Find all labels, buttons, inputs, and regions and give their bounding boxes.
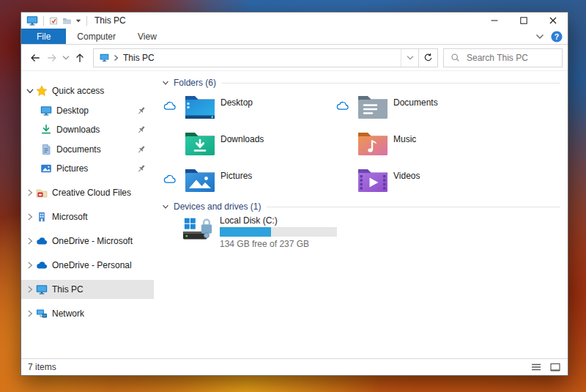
pin-icon <box>136 144 146 155</box>
refresh-icon <box>423 53 433 62</box>
section-collapse-chevron-icon[interactable] <box>162 203 169 210</box>
folder-tile-music[interactable]: Music <box>331 127 504 164</box>
chevron-right-icon[interactable] <box>26 237 34 245</box>
drives-section-header[interactable]: Devices and drives (1) <box>162 201 560 212</box>
thumbnail-view-button[interactable] <box>549 361 561 374</box>
local-disk-bitlocker-icon <box>182 215 215 245</box>
search-box[interactable] <box>443 48 563 67</box>
sidebar-item-creative-cloud-files[interactable]: Creative Cloud Files <box>21 183 154 202</box>
sidebar-item-label: This PC <box>52 284 84 295</box>
sidebar-item-label: Downloads <box>56 125 100 135</box>
sidebar-item-network[interactable]: Network <box>21 304 154 323</box>
folder-tile-desktop[interactable]: Desktop <box>158 91 331 127</box>
chevron-down-icon[interactable] <box>26 86 34 95</box>
sidebar-item-documents[interactable]: Documents <box>21 140 154 159</box>
properties-icon[interactable] <box>49 16 59 26</box>
sidebar-item-onedrive-personal[interactable]: OneDrive - Personal <box>21 256 154 275</box>
back-button[interactable] <box>26 49 43 67</box>
items-count: 7 items <box>28 362 56 372</box>
drive-name: Local Disk (C:) <box>220 215 337 226</box>
folder-tile-videos[interactable]: Videos <box>331 164 504 201</box>
folder-music-icon <box>357 129 389 157</box>
refresh-button[interactable] <box>419 48 438 67</box>
address-bar[interactable]: This PC <box>93 48 419 67</box>
address-dropdown-button[interactable] <box>401 49 418 67</box>
address-bar-row: This PC <box>21 45 568 71</box>
details-view-button[interactable] <box>530 361 542 374</box>
recent-locations-button[interactable] <box>60 49 71 67</box>
disk-usage-fill <box>220 227 271 237</box>
chevron-right-icon[interactable] <box>26 285 34 294</box>
window-controls <box>480 12 568 29</box>
breadcrumb-chevron-icon[interactable] <box>114 54 119 62</box>
onedrive-status-cloud-icon <box>163 174 176 184</box>
sidebar-item-quick-access[interactable]: Quick access <box>21 81 154 100</box>
sidebar-item-downloads[interactable]: Downloads <box>21 120 154 139</box>
search-input[interactable] <box>465 52 555 64</box>
forward-button[interactable] <box>43 49 60 67</box>
pictures-side-icon <box>40 163 52 174</box>
onedrive-status-empty <box>336 174 349 184</box>
folder-tile-downloads[interactable]: Downloads <box>158 127 331 164</box>
tab-computer[interactable]: Computer <box>66 29 127 44</box>
thumbnail-view-icon <box>549 361 561 373</box>
chevron-right-icon[interactable] <box>26 188 34 197</box>
maximize-icon <box>519 16 528 25</box>
monitor-icon <box>36 284 48 295</box>
up-button[interactable] <box>71 49 88 67</box>
folder-videos-icon <box>357 166 389 193</box>
minimize-icon <box>490 16 499 25</box>
this-pc-icon <box>26 15 38 26</box>
ms-building-icon <box>36 211 48 223</box>
content-pane: Folders (6) DesktopDocumentsDownloadsMus… <box>158 71 568 358</box>
drive-tile-local-disk-c[interactable]: Local Disk (C:)134 GB free of 237 GB <box>182 215 337 249</box>
chevron-right-icon[interactable] <box>26 309 34 318</box>
sidebar-item-pictures[interactable]: Pictures <box>21 159 154 178</box>
maximize-button[interactable] <box>509 12 538 29</box>
breadcrumb-location[interactable]: This PC <box>123 53 155 63</box>
drives-list: Local Disk (C:)134 GB free of 237 GB <box>182 215 337 249</box>
chevron-right-icon[interactable] <box>26 261 34 270</box>
drive-free-space-text: 134 GB free of 237 GB <box>220 239 337 249</box>
new-folder-icon[interactable] <box>62 16 72 26</box>
documents-side-icon <box>40 144 52 155</box>
onedrive-cloud-icon <box>36 259 48 271</box>
ribbon-right-controls: ? <box>535 29 563 44</box>
sidebar-item-label: OneDrive - Personal <box>52 260 132 270</box>
folder-tile-pictures[interactable]: Pictures <box>158 164 331 201</box>
sidebar-item-onedrive-microsoft[interactable]: OneDrive - Microsoft <box>21 232 154 251</box>
help-icon[interactable]: ? <box>551 31 563 42</box>
folder-tile-documents[interactable]: Documents <box>331 91 504 127</box>
quick-access-toolbar: This PC <box>21 15 126 26</box>
sidebar-item-this-pc[interactable]: This PC <box>21 280 154 299</box>
chevron-down-icon <box>407 54 414 62</box>
minimize-button[interactable] <box>480 12 509 29</box>
search-icon <box>450 53 460 62</box>
breadcrumb[interactable]: This PC <box>94 49 401 67</box>
folders-section-header[interactable]: Folders (6) <box>162 77 560 89</box>
tab-file[interactable]: File <box>21 29 66 44</box>
section-title: Devices and drives (1) <box>174 201 261 212</box>
folder-pictures-icon <box>184 166 216 193</box>
onedrive-cloud-icon <box>36 235 48 247</box>
sidebar-item-label: Microsoft <box>52 212 88 222</box>
section-collapse-chevron-icon[interactable] <box>162 79 169 86</box>
titlebar[interactable]: This PC <box>21 12 568 29</box>
divider <box>86 16 87 26</box>
sidebar-item-desktop[interactable]: Desktop <box>21 101 154 120</box>
view-toggles <box>530 361 561 374</box>
qat-caret-down-icon[interactable] <box>75 18 81 23</box>
drive-info: Local Disk (C:)134 GB free of 237 GB <box>220 215 337 249</box>
this-pc-icon <box>100 53 109 62</box>
sidebar-item-microsoft[interactable]: Microsoft <box>21 207 154 226</box>
folder-tile-label: Music <box>393 134 416 144</box>
window-title: This PC <box>94 15 126 26</box>
tab-view[interactable]: View <box>127 29 168 44</box>
collapse-ribbon-chevron-icon[interactable] <box>535 32 544 41</box>
sidebar-item-label: Pictures <box>56 163 88 174</box>
close-button[interactable] <box>538 12 568 29</box>
cc-folder-icon <box>36 187 48 199</box>
chevron-right-icon[interactable] <box>26 212 34 221</box>
folder-tile-label: Documents <box>393 97 438 108</box>
recent-locations-chevron-icon <box>62 54 70 62</box>
